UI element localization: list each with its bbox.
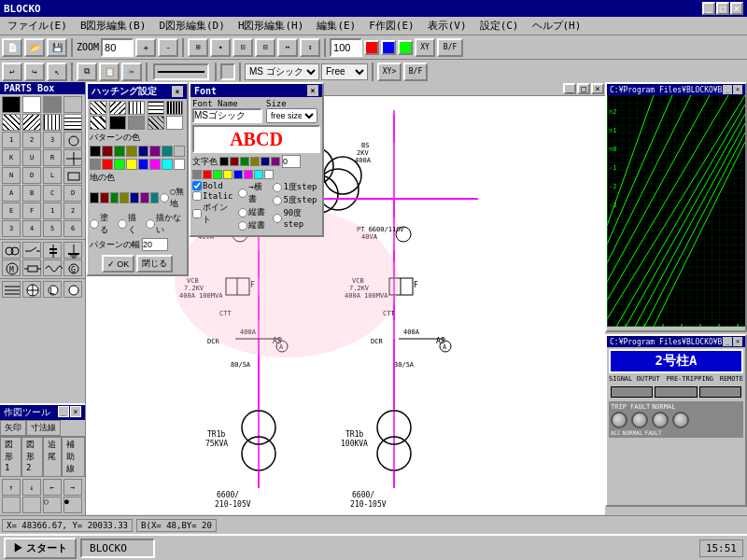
step1-radio[interactable] xyxy=(273,183,282,192)
color-fuchsia[interactable] xyxy=(149,159,161,170)
tab-aux[interactable]: 補助線 xyxy=(62,437,85,477)
color-lime[interactable] xyxy=(114,159,125,170)
drawing-min[interactable]: _ xyxy=(563,83,576,94)
hatch-p6[interactable] xyxy=(90,116,106,130)
font-select[interactable]: MS ゴシック xyxy=(245,63,319,80)
color-yellow[interactable] xyxy=(126,159,137,170)
hatch-p8[interactable] xyxy=(128,116,145,130)
char-fuchsia[interactable] xyxy=(244,170,253,179)
tool-down[interactable]: ↓ xyxy=(22,479,41,496)
font-style-select[interactable]: Free xyxy=(321,63,368,80)
char-blue[interactable] xyxy=(233,170,243,179)
char-dark-red[interactable] xyxy=(230,157,239,166)
italic-checkbox[interactable] xyxy=(192,191,202,201)
color-silver[interactable] xyxy=(174,146,185,157)
part-c[interactable]: C xyxy=(43,185,62,202)
start-button[interactable]: ▶ スタート xyxy=(4,538,77,559)
char-gray[interactable] xyxy=(192,170,202,179)
knob-4[interactable] xyxy=(672,412,689,428)
bl2-top-close[interactable]: × xyxy=(733,85,742,94)
color-btn-2[interactable] xyxy=(381,40,396,55)
part-f[interactable]: F xyxy=(22,203,41,219)
zoom-input[interactable] xyxy=(101,38,134,57)
menu-settings[interactable]: 設定(C) xyxy=(474,18,525,34)
color-purple[interactable] xyxy=(149,146,161,157)
color-navy[interactable] xyxy=(138,146,149,157)
bg-color-purple[interactable] xyxy=(140,192,149,203)
bold-checkbox[interactable] xyxy=(192,181,202,190)
part-silver[interactable] xyxy=(63,96,82,113)
color-dark-green[interactable] xyxy=(114,146,125,157)
hatch-close-button[interactable]: 閉じる xyxy=(136,255,173,273)
tool-btn-5[interactable]: ↔ xyxy=(277,38,298,57)
tate-radio[interactable] xyxy=(238,208,247,217)
part-e[interactable]: E xyxy=(2,203,21,219)
tate2-radio[interactable] xyxy=(238,221,247,231)
xy-snap-button[interactable]: XY> xyxy=(377,63,402,81)
sym-capacitor[interactable] xyxy=(43,242,62,259)
bl2-bottom-min[interactable]: _ xyxy=(723,337,732,346)
part-sym3[interactable] xyxy=(63,167,82,184)
zoom-in-button[interactable]: + xyxy=(135,38,156,57)
tool-up[interactable]: ↑ xyxy=(2,479,21,496)
percent-input[interactable] xyxy=(330,38,362,57)
hatch-p9[interactable] xyxy=(148,116,164,130)
menu-h-edit[interactable]: H図形編集(H) xyxy=(233,18,310,34)
bl2-top-min[interactable]: _ xyxy=(723,85,732,94)
save-button[interactable]: 💾 xyxy=(47,38,67,57)
taskbar-blocko[interactable]: BLOCKO xyxy=(80,539,155,558)
part-u[interactable]: U xyxy=(22,149,41,166)
coord-btn[interactable]: XY xyxy=(415,38,435,57)
new-button[interactable]: 📄 xyxy=(2,38,22,57)
color-aqua[interactable] xyxy=(162,159,173,170)
comp-1[interactable] xyxy=(2,281,21,298)
menu-fdraw[interactable]: F作図(E) xyxy=(363,18,420,34)
part-sym1[interactable] xyxy=(63,132,82,148)
bg-color-dark-red[interactable] xyxy=(100,192,109,203)
part-2[interactable]: 2 xyxy=(22,132,41,148)
no-draw-radio[interactable] xyxy=(146,219,155,229)
tool-btn-2[interactable]: ✦ xyxy=(210,38,231,57)
sym-switch[interactable] xyxy=(22,242,41,259)
tab-shape2[interactable]: 図形2 xyxy=(21,437,43,477)
tab-shape1[interactable]: 図形1 xyxy=(0,437,21,477)
bg-color-black[interactable] xyxy=(90,192,99,203)
open-button[interactable]: 📂 xyxy=(24,38,45,57)
part-hatch3[interactable] xyxy=(43,114,62,131)
char-purple[interactable] xyxy=(271,157,280,166)
char-color-input[interactable] xyxy=(282,155,301,168)
maximize-button[interactable]: □ xyxy=(716,2,729,15)
menu-file[interactable]: ファイル(E) xyxy=(2,18,73,34)
color-blue[interactable] xyxy=(138,159,149,170)
tab-arrow[interactable]: 矢印 xyxy=(0,420,26,436)
part-hatch2[interactable] xyxy=(22,114,41,131)
tool-btn-3[interactable]: ⊡ xyxy=(233,38,253,57)
color-white[interactable] xyxy=(174,159,185,170)
part-2b[interactable]: 2 xyxy=(63,203,82,219)
stroke-radio[interactable] xyxy=(90,219,99,229)
paste-button[interactable]: 📋 xyxy=(99,63,120,81)
part-3[interactable]: 3 xyxy=(43,132,62,148)
sym-transformer[interactable] xyxy=(2,242,21,259)
hatch-p5[interactable] xyxy=(166,101,183,115)
redo-button[interactable]: ↪ xyxy=(24,63,45,81)
menu-view[interactable]: 表示(V) xyxy=(422,18,472,34)
hatch-close[interactable]: × xyxy=(172,86,183,97)
part-r[interactable]: R xyxy=(43,149,62,166)
hatch-p3[interactable] xyxy=(128,101,145,115)
part-gray[interactable] xyxy=(43,96,62,113)
color-dark-red[interactable] xyxy=(102,146,113,157)
part-1[interactable]: 1 xyxy=(2,132,21,148)
hatch-p4[interactable] xyxy=(148,101,164,115)
pattern-width-input[interactable] xyxy=(142,238,168,251)
part-sym2[interactable] xyxy=(63,149,82,166)
char-red[interactable] xyxy=(203,170,212,179)
sym-fuse[interactable] xyxy=(22,259,41,276)
minimize-button[interactable]: _ xyxy=(702,2,715,15)
color-btn-1[interactable] xyxy=(364,40,379,55)
color-btn-3[interactable] xyxy=(398,40,413,55)
undo-button[interactable]: ↩ xyxy=(2,63,22,81)
bg-color-navy[interactable] xyxy=(130,192,139,203)
tool-btn-6[interactable]: ↕ xyxy=(300,38,320,57)
comp-3[interactable]: L xyxy=(43,281,62,298)
